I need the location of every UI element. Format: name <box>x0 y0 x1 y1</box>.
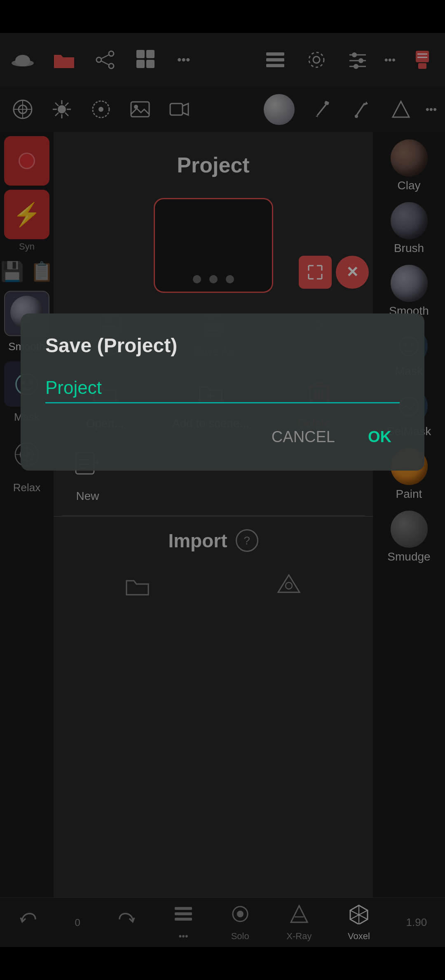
black-bar-bottom <box>0 947 445 980</box>
project-name-input[interactable] <box>45 373 400 403</box>
save-dialog: Save (Project) CANCEL OK <box>21 313 424 471</box>
main-content: ••• ••• <box>0 33 445 947</box>
dialog-buttons: CANCEL OK <box>45 424 400 450</box>
black-bar-top <box>0 0 445 33</box>
ok-button[interactable]: OK <box>360 424 400 450</box>
cancel-button[interactable]: CANCEL <box>263 424 343 450</box>
dialog-overlay: Save (Project) CANCEL OK <box>0 33 445 947</box>
dialog-title: Save (Project) <box>45 334 400 357</box>
dialog-input-area <box>45 373 400 403</box>
